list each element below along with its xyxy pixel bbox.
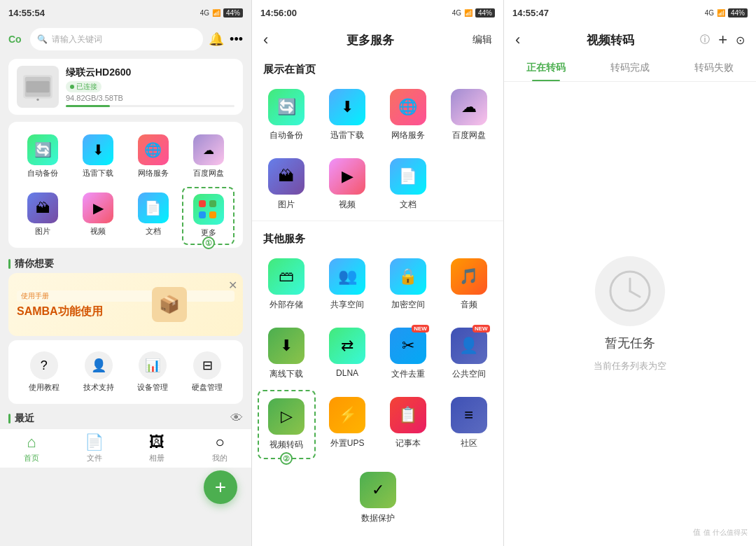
svc-offline[interactable]: ⬇ 离线下载	[258, 321, 316, 387]
home-icon: ⌂	[27, 433, 36, 451]
support-icon: 👤	[85, 351, 113, 379]
support-label: 技术支持	[83, 382, 114, 393]
backup-label: 自动备份	[27, 168, 58, 178]
svc-video-label: 视频	[339, 199, 356, 211]
status-bar-p2: 14:56:00 4G 📶 44%	[252, 0, 503, 25]
nav-mine[interactable]: ○ 我的	[188, 433, 251, 463]
svc-encrypt-icon: 🔒	[390, 258, 426, 295]
device-status: 已连接	[66, 81, 102, 92]
battery-p3: 44%	[728, 8, 748, 18]
svc-network[interactable]: 🌐 网络服务	[379, 82, 438, 148]
svc-ups-icon: ⚡	[329, 397, 365, 433]
nav-album[interactable]: 🖼 相册	[126, 433, 189, 463]
app-photo[interactable]: 🏔 图片	[17, 187, 69, 245]
svc-external[interactable]: 🗃 外部存储	[258, 251, 316, 318]
tool-disk-mgmt[interactable]: ⊟ 硬盘管理	[180, 346, 234, 398]
svc-encrypt[interactable]: 🔒 加密空间	[379, 251, 438, 318]
baidu-label: 百度网盘	[193, 168, 224, 178]
tab-failed[interactable]: 转码失败	[672, 55, 756, 81]
svc-ups[interactable]: ⚡ 外置UPS	[318, 390, 377, 459]
nav-home[interactable]: ⌂ 首页	[0, 433, 63, 463]
svc-xunlei[interactable]: ⬇ 迅雷下载	[318, 82, 377, 148]
device-info: 绿联云HD2600 已连接 94.82GB/3.58TB	[66, 66, 234, 107]
recent-more-icon[interactable]: 👁	[230, 411, 243, 426]
settings-icon[interactable]: ⊙	[736, 34, 745, 47]
app-xunlei[interactable]: ⬇ 迅雷下载	[72, 129, 125, 184]
search-icon: 🔍	[37, 34, 48, 44]
p3-title: 视频转码	[520, 32, 700, 48]
back-button-p3[interactable]: ‹	[515, 31, 520, 49]
tool-support[interactable]: 👤 技术支持	[71, 346, 126, 398]
annotation-1: ①	[202, 237, 215, 249]
search-bar[interactable]: 🔍 请输入关键词	[30, 28, 203, 50]
svc-video[interactable]: ▶ 视频	[318, 151, 377, 218]
tool-tutorial[interactable]: ? 使用教程	[17, 346, 71, 398]
svc-transcode[interactable]: ▷ 视频转码 ②	[258, 390, 316, 459]
svc-public-label: 公共空间	[452, 368, 486, 380]
filter-icon[interactable]: 🔔	[209, 31, 224, 47]
tool-device-mgmt[interactable]: 📊 设备管理	[126, 346, 181, 398]
app-more[interactable]: 更多 ①	[182, 187, 234, 245]
empty-title: 暂无任务	[605, 335, 655, 351]
device-card[interactable]: 绿联云HD2600 已连接 94.82GB/3.58TB	[8, 59, 243, 115]
status-dot	[70, 85, 74, 89]
svc-public[interactable]: 👤 NEW 公共空间	[440, 321, 498, 387]
svc-ups-label: 外置UPS	[330, 438, 365, 449]
app-doc[interactable]: 📄 文档	[127, 187, 180, 245]
nav-files[interactable]: 📄 文件	[63, 433, 126, 463]
svc-dedup[interactable]: ✂ NEW 文件去重	[379, 321, 438, 387]
add-button[interactable]: +	[718, 31, 727, 49]
svc-dlna[interactable]: ⇄ DLNA	[318, 321, 377, 387]
svc-photo[interactable]: 🏔 图片	[258, 151, 316, 218]
svc-photo-label: 图片	[278, 199, 295, 211]
section-bar	[8, 259, 10, 269]
info-icon[interactable]: ⓘ	[700, 34, 710, 46]
signal-p2: 4G	[452, 9, 461, 17]
edit-button[interactable]: 编辑	[472, 34, 492, 46]
svc-share[interactable]: 👥 共享空间	[318, 251, 377, 318]
section-divider	[252, 220, 503, 221]
app-video[interactable]: ▶ 视频	[72, 187, 125, 245]
more-icon[interactable]: •••	[230, 32, 243, 47]
svc-doc[interactable]: 📄 文档	[379, 151, 438, 218]
tab-encoding[interactable]: 正在转码	[504, 55, 588, 81]
fab-button[interactable]: +	[204, 470, 237, 504]
app-network[interactable]: 🌐 网络服务	[127, 129, 180, 184]
tab-complete[interactable]: 转码完成	[588, 55, 672, 81]
close-icon[interactable]: ✕	[228, 279, 237, 292]
more-icon	[193, 194, 224, 225]
doc-icon: 📄	[138, 192, 169, 223]
svg-rect-2	[26, 81, 49, 93]
disk-mgmt-icon: ⊟	[193, 351, 221, 379]
svc-notes-icon: 📋	[390, 397, 426, 433]
svc-community-icon: ≡	[451, 397, 487, 433]
panel3: 14:55:47 4G 📶 44% ‹ 视频转码 ⓘ + ⊙ 正在转码 转码完成…	[504, 0, 756, 546]
app-backup[interactable]: 🔄 自动备份	[17, 129, 69, 184]
bottom-service-item[interactable]: ✓ 数据保护	[252, 459, 503, 531]
svc-audio[interactable]: 🎵 音频	[440, 251, 498, 318]
device-name: 绿联云HD2600	[66, 66, 234, 79]
guess-card: ✕ 使用手册 SAMBA功能使用 📦	[8, 273, 243, 336]
battery-p1: 44%	[223, 8, 243, 18]
app-baidu[interactable]: ☁ 百度网盘	[182, 129, 234, 184]
svc-share-label: 共享空间	[330, 299, 364, 311]
svc-backup[interactable]: 🔄 自动备份	[258, 82, 316, 148]
baidu-icon: ☁	[193, 134, 224, 165]
recent-section-header: 最近 👁	[0, 404, 251, 428]
svc-community[interactable]: ≡ 社区	[440, 390, 498, 459]
tab-encoding-label: 正在转码	[526, 62, 566, 73]
p3-header: ‹ 视频转码 ⓘ + ⊙	[504, 25, 756, 55]
app-logo: Co	[8, 34, 22, 45]
svc-notes[interactable]: 📋 记事本	[379, 390, 438, 459]
guess-section-header: 猜你想要	[0, 248, 251, 273]
signal-p1: 4G	[200, 9, 209, 17]
p3-action-buttons: ⓘ + ⊙	[700, 31, 745, 49]
back-button-p2[interactable]: ‹	[263, 31, 268, 49]
search-placeholder: 请输入关键词	[52, 34, 102, 46]
svc-baidu[interactable]: ☁ 百度网盘	[440, 82, 498, 148]
svc-backup-label: 自动备份	[270, 130, 303, 141]
svc-audio-label: 音频	[461, 299, 477, 311]
status-icons-p2: 4G 📶 44%	[452, 8, 495, 18]
svc-backup-icon: 🔄	[268, 89, 304, 125]
video-icon: ▶	[83, 192, 113, 223]
